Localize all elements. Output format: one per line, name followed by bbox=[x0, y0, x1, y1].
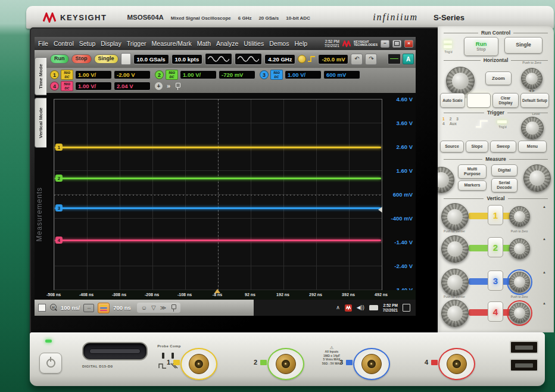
vertical-offset-knob[interactable] bbox=[509, 303, 530, 323]
channel-scale-box[interactable]: 1.00 V/ bbox=[75, 82, 112, 91]
horizontal-scale[interactable]: 100 ns/ bbox=[61, 304, 80, 311]
measure-right-knob[interactable] bbox=[523, 164, 551, 192]
trace-ground-marker-ch1[interactable]: 1 bbox=[55, 144, 63, 151]
waveform-trace-ch4[interactable] bbox=[55, 239, 381, 241]
waveform-trace-ch2[interactable] bbox=[55, 178, 381, 179]
keyboard-tray-icon[interactable] bbox=[369, 305, 378, 310]
menu-item[interactable]: Math bbox=[197, 40, 211, 47]
display-thumbnail-icon[interactable] bbox=[388, 54, 401, 64]
chevrons-icon[interactable]: ≫ bbox=[160, 305, 166, 311]
menu-item[interactable]: Analyze bbox=[216, 40, 238, 47]
channel-number-badge[interactable]: 2 bbox=[155, 70, 164, 79]
menu-item[interactable]: Trigger bbox=[127, 40, 146, 47]
waveform-thumbnail-icon[interactable] bbox=[98, 303, 110, 313]
channel-scale-box[interactable]: 1.00 V/ bbox=[285, 70, 322, 79]
menu-item[interactable]: Setup bbox=[79, 40, 95, 47]
trigger-slope-button[interactable]: Slope bbox=[466, 141, 488, 153]
channel-on-off-button[interactable]: 3 bbox=[488, 270, 503, 291]
probe-comp-terminal2[interactable] bbox=[172, 353, 174, 359]
vertical-scale-knob[interactable] bbox=[441, 235, 469, 263]
maximize-button[interactable] bbox=[392, 40, 401, 48]
menu-item[interactable]: File bbox=[38, 40, 48, 47]
vertical-offset-knob[interactable] bbox=[509, 206, 530, 227]
auto-scale-button[interactable]: Auto Scale bbox=[440, 93, 465, 108]
menu-item[interactable]: Utilities bbox=[244, 40, 264, 47]
undo-icon[interactable]: ↶ bbox=[351, 54, 363, 65]
markers-button[interactable]: Markers bbox=[458, 181, 487, 191]
close-button[interactable]: × bbox=[404, 40, 413, 48]
channel-scale-box[interactable]: 1.00 V/ bbox=[180, 70, 217, 79]
waveform-trace-ch3[interactable] bbox=[55, 207, 381, 209]
zoom-button[interactable]: Zoom bbox=[485, 71, 512, 85]
channel-offset-box[interactable]: -2.00 V bbox=[114, 70, 151, 79]
default-setup-button[interactable]: Default Setup bbox=[520, 93, 549, 108]
bnc-connector[interactable] bbox=[361, 354, 382, 374]
serial-decode-button[interactable]: Serial Decode bbox=[491, 178, 517, 192]
channel-scale-box[interactable]: 1.00 V/ bbox=[75, 70, 112, 79]
menu-item[interactable]: Demos bbox=[269, 40, 289, 47]
touch-panel-button[interactable] bbox=[467, 93, 491, 108]
trigger-menu-button[interactable]: Menu bbox=[518, 141, 547, 153]
touch-button[interactable] bbox=[121, 53, 131, 65]
speaker-icon[interactable]: ◀)) bbox=[357, 305, 364, 310]
bnc-connector[interactable] bbox=[447, 354, 467, 374]
horizontal-position-knob[interactable] bbox=[521, 68, 542, 89]
channel-impedance-badge[interactable]: 50ΩDC bbox=[166, 70, 178, 80]
horizontal-magnifier-icon[interactable] bbox=[49, 304, 57, 312]
vertical-offset-knob[interactable] bbox=[509, 238, 530, 259]
filter-icon[interactable]: ▽ bbox=[151, 305, 156, 311]
statusbar-pin-icon[interactable] bbox=[170, 304, 176, 312]
trigger-level-marker[interactable] bbox=[378, 207, 382, 213]
action-center-icon[interactable] bbox=[403, 304, 410, 312]
face-icon[interactable]: ☺ bbox=[141, 305, 147, 311]
run-button[interactable]: Run bbox=[50, 54, 69, 64]
waveform-trace-ch1[interactable] bbox=[55, 147, 381, 148]
trigger-level-box[interactable]: -20.0 mV bbox=[318, 54, 348, 64]
run-stop-button[interactable]: Run Stop bbox=[464, 37, 498, 56]
channel-number-badge[interactable]: 3 bbox=[260, 70, 269, 79]
horizontal-scale-knob[interactable] bbox=[446, 67, 475, 95]
trace-ground-marker-ch3[interactable]: 3 bbox=[55, 204, 63, 211]
vertical-offset-knob[interactable] bbox=[509, 272, 530, 293]
taskbar-clock[interactable]: 2:52 PM7/2/2021 bbox=[383, 303, 398, 313]
add-channel-icon[interactable]: + bbox=[155, 82, 163, 90]
waveform-graticule[interactable]: 1234 bbox=[54, 99, 382, 291]
waveform-preset-icon[interactable] bbox=[205, 53, 232, 65]
redo-icon[interactable]: ↷ bbox=[365, 54, 377, 65]
single-button[interactable]: Single bbox=[94, 54, 119, 64]
channel-offset-box[interactable]: -720 mV bbox=[219, 70, 255, 79]
horizontal-position-value[interactable]: 700 ns bbox=[113, 304, 131, 311]
tab-vertical-mode[interactable]: Vertical Mode bbox=[35, 98, 46, 148]
vertical-scale-knob[interactable] bbox=[441, 269, 469, 296]
bnc-connector[interactable] bbox=[189, 354, 209, 374]
expand-arrow-icon[interactable]: » bbox=[167, 83, 170, 89]
channel-offset-box[interactable]: 600 mV bbox=[323, 70, 360, 79]
channel-on-off-button[interactable]: 4 bbox=[488, 301, 503, 322]
menu-item[interactable]: Display bbox=[101, 40, 121, 47]
sample-rate-box[interactable]: 10.0 GSa/s bbox=[133, 54, 169, 64]
digital-button[interactable]: Digital bbox=[491, 164, 517, 176]
auto-marker-icon[interactable]: A bbox=[403, 54, 414, 64]
trigger-level-knob[interactable] bbox=[521, 117, 544, 139]
tray-chevron-icon[interactable]: ∧ bbox=[336, 305, 340, 310]
channel-impedance-badge[interactable]: 50ΩDC bbox=[61, 81, 73, 91]
digital-probe-connector[interactable] bbox=[82, 342, 148, 360]
channel-on-off-button[interactable]: 2 bbox=[488, 237, 503, 257]
measure-left-knob[interactable] bbox=[438, 167, 454, 193]
keysight-tray-icon[interactable] bbox=[345, 304, 352, 312]
trigger-sweep-button[interactable]: Sweep bbox=[490, 141, 516, 153]
horizontal-position-icon[interactable]: ↔ bbox=[83, 304, 94, 312]
minimized-panel-icon[interactable] bbox=[38, 304, 46, 312]
bandwidth-box[interactable]: 4.20 GHz bbox=[264, 54, 295, 64]
usb-port-2[interactable] bbox=[510, 359, 538, 372]
usb-port-1[interactable] bbox=[510, 341, 538, 354]
channel-impedance-badge[interactable]: 50ΩDC bbox=[270, 70, 283, 80]
waveform-preset2-icon[interactable] bbox=[235, 53, 262, 65]
minimize-button[interactable]: − bbox=[381, 40, 389, 48]
channel-offset-box[interactable]: 2.04 V bbox=[114, 82, 151, 91]
channel-number-badge[interactable]: 1 bbox=[50, 70, 59, 79]
single-panel-button[interactable]: Single bbox=[504, 37, 542, 54]
trigger-position-marker[interactable] bbox=[214, 289, 220, 293]
clear-display-button[interactable]: Clear Display bbox=[492, 93, 519, 108]
menu-item[interactable]: Measure/Mark bbox=[152, 40, 192, 47]
